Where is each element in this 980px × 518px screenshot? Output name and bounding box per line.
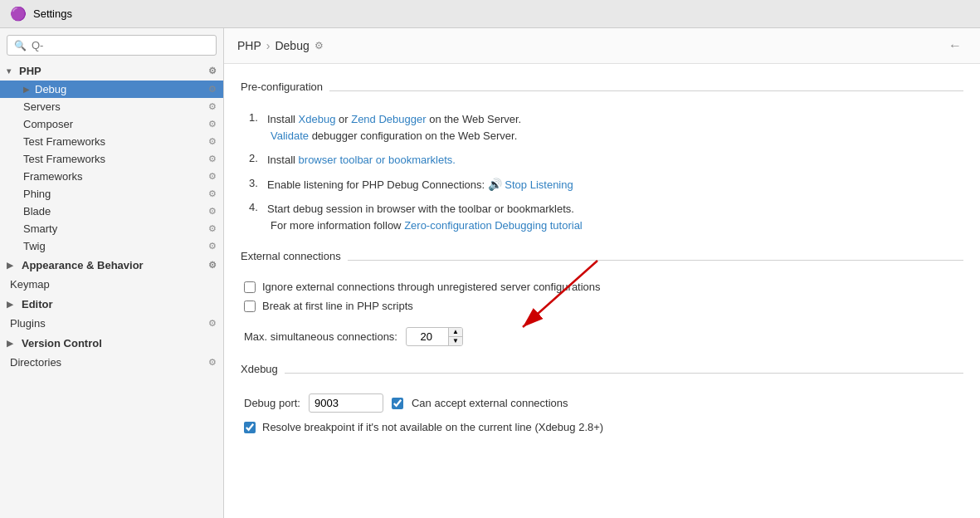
- sidebar-item-directories[interactable]: Directories ⚙: [0, 353, 223, 372]
- xdebug-title: Xdebug: [241, 363, 278, 375]
- can-accept-checkbox[interactable]: [392, 398, 403, 409]
- divider: [285, 373, 963, 374]
- sidebar-item-php[interactable]: ▾ PHP ⚙: [0, 61, 223, 81]
- sidebar-item-smarty[interactable]: Smarty ⚙: [0, 220, 223, 237]
- ignore-external-row: Ignore external connections through unre…: [241, 281, 963, 293]
- sidebar-item-phing[interactable]: Phing ⚙: [0, 185, 223, 203]
- pre-config-list: 1. Install Xdebug or Zend Debugger on th…: [241, 111, 963, 233]
- sidebar-item-appearance[interactable]: ▶ Appearance & Behavior ⚙: [0, 255, 223, 275]
- can-accept-label: Can accept external connections: [412, 397, 568, 409]
- step-number: 2.: [249, 152, 262, 164]
- sidebar-item-test-frameworks[interactable]: Test Frameworks ⚙: [0, 133, 223, 150]
- gear-icon: ⚙: [208, 154, 217, 164]
- sidebar-item-label: Smarty: [23, 222, 57, 235]
- sidebar-item-label: Composer: [23, 118, 73, 130]
- pre-config-step-4: 4. Start debug session in browser with t…: [249, 201, 963, 233]
- gear-icon: ⚙: [208, 66, 217, 76]
- listen-icon: 🔊: [488, 178, 502, 191]
- step-number: 3.: [249, 177, 262, 189]
- svg-line-1: [523, 261, 597, 327]
- sidebar-item-plugins[interactable]: Plugins ⚙: [0, 314, 223, 333]
- max-connections-row: Max. simultaneous connections: ▲ ▼: [241, 327, 463, 346]
- breadcrumb: PHP › Debug ⚙: [237, 39, 324, 52]
- zero-config-link[interactable]: Zero-configuration Debugging tutorial: [404, 219, 583, 232]
- max-connections-label: Max. simultaneous connections:: [244, 330, 397, 343]
- gear-icon: ⚙: [208, 119, 217, 130]
- max-connections-spinbox[interactable]: ▲ ▼: [406, 327, 463, 346]
- ext-connections-title: External connections: [241, 250, 341, 262]
- sidebar-item-label: Twig: [23, 240, 46, 252]
- gear-icon: ⚙: [208, 188, 217, 199]
- gear-icon: ⚙: [208, 241, 217, 252]
- zend-debugger-link[interactable]: Zend Debugger: [351, 113, 426, 125]
- sidebar-item-editor[interactable]: ▶ Editor: [0, 294, 223, 314]
- gear-icon: ⚙: [208, 171, 217, 182]
- max-connections-input[interactable]: [407, 329, 448, 345]
- sidebar-item-label: Debug: [35, 83, 66, 95]
- step-content: Install Xdebug or Zend Debugger on the W…: [267, 111, 521, 144]
- debug-port-label: Debug port:: [244, 397, 300, 409]
- ignore-external-checkbox[interactable]: [244, 281, 256, 293]
- xdebug-link[interactable]: Xdebug: [299, 113, 336, 125]
- sidebar-item-label: Directories: [10, 356, 61, 369]
- sidebar-item-debug[interactable]: ▶ Debug ⚙: [0, 81, 223, 98]
- gear-icon: ⚙: [208, 136, 217, 147]
- gear-icon: ⚙: [208, 206, 217, 217]
- preconfiguration-title: Pre-configuration: [241, 81, 323, 93]
- debug-port-input[interactable]: [309, 393, 383, 413]
- sidebar-item-keymap[interactable]: Keymap: [0, 275, 223, 294]
- resolve-breakpoint-checkbox[interactable]: [244, 422, 256, 433]
- step-content: Start debug session in browser with the …: [267, 201, 583, 233]
- xdebug-section: Xdebug Debug port: Can accept external c…: [241, 363, 963, 433]
- gear-icon[interactable]: ⚙: [314, 40, 324, 51]
- sidebar-item-frameworks[interactable]: Frameworks ⚙: [0, 168, 223, 185]
- sidebar-item-quality-tools[interactable]: Test Frameworks ⚙: [0, 150, 223, 168]
- break-first-line-checkbox[interactable]: [244, 301, 256, 312]
- sidebar-item-label: Plugins: [10, 317, 46, 330]
- step-number: 1.: [249, 111, 262, 124]
- back-button[interactable]: ←: [943, 37, 967, 55]
- step-text: Install: [267, 113, 299, 125]
- sidebar-item-label: Editor: [22, 298, 53, 310]
- search-icon: 🔍: [14, 40, 27, 51]
- spinbox-increment-button[interactable]: ▲: [449, 328, 462, 337]
- sidebar-item-blade[interactable]: Blade ⚙: [0, 203, 223, 220]
- gear-icon: ⚙: [208, 318, 217, 329]
- ignore-external-label: Ignore external connections through unre…: [262, 281, 601, 293]
- chevron-right-icon: ▶: [23, 85, 30, 94]
- sidebar-item-label: Blade: [23, 205, 51, 217]
- step-number: 4.: [249, 201, 262, 213]
- sidebar: 🔍 ▾ PHP ⚙ ▶ Debug ⚙ Servers ⚙ Composer ⚙: [0, 28, 224, 518]
- chevron-right-icon: ▶: [7, 300, 13, 309]
- browser-toolbar-link[interactable]: browser toolbar or bookmarklets.: [299, 154, 456, 166]
- sidebar-item-label: PHP: [19, 65, 41, 77]
- content-header: PHP › Debug ⚙ ←: [224, 28, 980, 64]
- divider: [348, 260, 963, 261]
- chevron-right-icon: ▶: [7, 261, 13, 270]
- chevron-right-icon: ▶: [7, 339, 13, 348]
- stop-listening-button[interactable]: Stop Listening: [505, 178, 573, 191]
- sidebar-item-twig[interactable]: Twig ⚙: [0, 237, 223, 255]
- search-input[interactable]: [32, 39, 209, 51]
- break-first-line-label: Break at first line in PHP scripts: [262, 300, 413, 312]
- gear-icon: ⚙: [208, 84, 217, 95]
- gear-icon: ⚙: [208, 101, 217, 112]
- validate-link[interactable]: Validate: [271, 130, 309, 142]
- spinbox-decrement-button[interactable]: ▼: [449, 337, 462, 345]
- resolve-breakpoint-label: Resolve breakpoint if it's not available…: [262, 421, 603, 433]
- sidebar-item-label: Frameworks: [23, 170, 83, 183]
- gear-icon: ⚙: [208, 260, 217, 271]
- step-content: Install browser toolbar or bookmarklets.: [267, 152, 456, 169]
- sidebar-item-servers[interactable]: Servers ⚙: [0, 98, 223, 115]
- sidebar-item-version-control[interactable]: ▶ Version Control: [0, 333, 223, 353]
- sidebar-item-composer[interactable]: Composer ⚙: [0, 115, 223, 133]
- ext-connections-header: External connections: [241, 250, 963, 271]
- preconfiguration-section: Pre-configuration: [241, 81, 963, 101]
- debug-port-row: Debug port: Can accept external connecti…: [241, 393, 963, 413]
- xdebug-header: Xdebug: [241, 363, 963, 384]
- pre-config-step-2: 2. Install browser toolbar or bookmarkle…: [249, 152, 963, 169]
- search-box[interactable]: 🔍: [7, 35, 217, 56]
- spinbox-buttons: ▲ ▼: [448, 328, 462, 345]
- breadcrumb-current: Debug: [275, 39, 309, 52]
- app-icon: 🟣: [10, 6, 27, 22]
